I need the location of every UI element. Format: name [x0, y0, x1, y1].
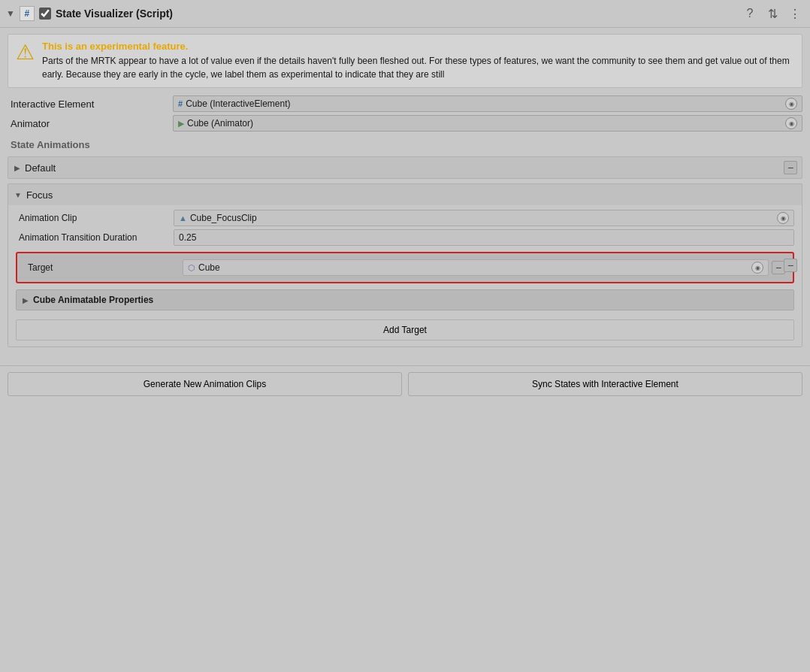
default-section: ▶ Default −	[8, 156, 802, 179]
animation-clip-label: Animation Clip	[16, 213, 174, 223]
animation-clip-picker-btn[interactable]: ◉	[777, 212, 789, 224]
focus-section-header[interactable]: ▼ Focus	[8, 184, 802, 205]
animation-clip-value-field[interactable]: ▲ Cube_FocusClip ◉	[174, 210, 794, 226]
default-section-header[interactable]: ▶ Default	[8, 157, 802, 178]
header: ▼ # State Visualizer (Script) ? ⇅ ⋮	[0, 0, 810, 28]
animator-picker-btn[interactable]: ◉	[785, 117, 797, 129]
default-remove-btn[interactable]: −	[784, 161, 797, 174]
hash-icon-box: #	[20, 6, 35, 21]
settings-icon[interactable]: ⇅	[763, 5, 781, 23]
animatable-arrow-icon: ▶	[23, 296, 29, 304]
focus-remove-btn[interactable]: −	[784, 259, 797, 272]
warning-triangle-icon: ⚠	[16, 42, 35, 63]
clip-field-icon: ▲	[179, 213, 187, 222]
interactive-element-label: Interactive Element	[8, 98, 173, 110]
target-label: Target	[25, 262, 183, 273]
hash-icon: #	[25, 8, 30, 19]
header-icons: ? ⇅ ⋮	[741, 5, 804, 23]
focus-section-body: Animation Clip ▲ Cube_FocusClip ◉ Animat…	[8, 205, 802, 347]
animator-field-icon: ▶	[178, 119, 184, 129]
collapse-arrow[interactable]: ▼	[6, 8, 15, 19]
animation-transition-row: Animation Transition Duration 0.25	[16, 229, 794, 246]
animation-clip-row: Animation Clip ▲ Cube_FocusClip ◉	[16, 210, 794, 226]
focus-section: ▼ Focus − Animation Clip ▲ Cube_FocusCli…	[8, 183, 802, 347]
warning-text: This is an experimental feature. Parts o…	[42, 41, 794, 81]
warning-title: This is an experimental feature.	[42, 41, 794, 52]
help-icon[interactable]: ?	[741, 5, 759, 23]
animation-transition-value-field[interactable]: 0.25	[174, 229, 794, 246]
bottom-buttons: Generate New Animation Clips Sync States…	[0, 365, 810, 402]
target-value-field[interactable]: ⬡ Cube ◉	[183, 259, 769, 276]
enabled-checkbox[interactable]	[39, 8, 51, 20]
animatable-section: ▶ Cube Animatable Properties	[16, 289, 794, 310]
default-section-title: Default	[25, 162, 56, 174]
add-target-button[interactable]: Add Target	[16, 319, 794, 341]
inspector-panel: ▼ # State Visualizer (Script) ? ⇅ ⋮ ⚠ Th…	[0, 0, 810, 672]
state-animations-label: State Animations	[11, 139, 802, 150]
animation-transition-value-text: 0.25	[179, 232, 789, 243]
interactive-element-value-field[interactable]: # Cube (InteractiveElement) ◉	[173, 95, 802, 112]
warning-body: Parts of the MRTK appear to have a lot o…	[42, 54, 794, 81]
sync-states-button[interactable]: Sync States with Interactive Element	[408, 372, 802, 396]
animatable-title: Cube Animatable Properties	[33, 295, 153, 305]
target-value-text: Cube	[198, 262, 748, 273]
focus-arrow-icon: ▼	[14, 191, 22, 199]
component-title: State Visualizer (Script)	[56, 8, 736, 20]
animator-label: Animator	[8, 118, 173, 129]
animation-transition-label: Animation Transition Duration	[16, 232, 174, 243]
target-section: Target ⬡ Cube ◉ −	[16, 252, 794, 283]
cube-field-icon: ⬡	[188, 263, 195, 273]
warning-box: ⚠ This is an experimental feature. Parts…	[8, 34, 802, 88]
generate-clips-button[interactable]: Generate New Animation Clips	[8, 372, 402, 396]
interactive-element-picker-btn[interactable]: ◉	[785, 98, 797, 110]
animation-clip-value-text: Cube_FocusClip	[190, 213, 774, 223]
interactive-element-value-text: Cube (InteractiveElement)	[186, 98, 782, 109]
hash-field-icon: #	[178, 99, 183, 108]
content-area: ⚠ This is an experimental feature. Parts…	[0, 28, 810, 358]
target-picker-btn[interactable]: ◉	[751, 262, 763, 274]
focus-section-title: Focus	[26, 189, 53, 201]
animator-value-text: Cube (Animator)	[187, 118, 782, 129]
default-arrow-icon: ▶	[14, 164, 20, 172]
animator-row: Animator ▶ Cube (Animator) ◉	[8, 115, 802, 132]
more-options-icon[interactable]: ⋮	[786, 5, 804, 23]
animatable-header[interactable]: ▶ Cube Animatable Properties	[17, 290, 793, 310]
interactive-element-row: Interactive Element # Cube (InteractiveE…	[8, 95, 802, 112]
animator-value-field[interactable]: ▶ Cube (Animator) ◉	[173, 115, 802, 132]
